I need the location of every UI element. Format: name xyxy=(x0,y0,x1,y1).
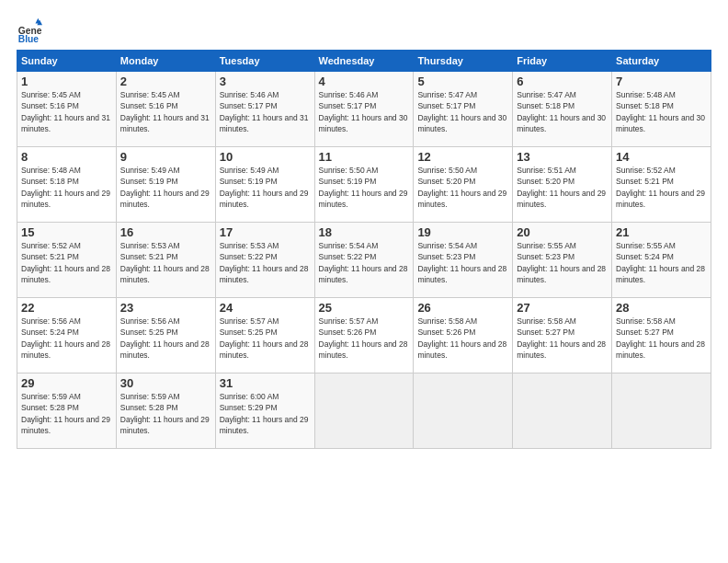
day-cell-12: 12Sunrise: 5:50 AMSunset: 5:20 PMDayligh… xyxy=(414,147,513,223)
empty-cell xyxy=(314,373,414,449)
day-info: Sunrise: 5:46 AMSunset: 5:17 PMDaylight:… xyxy=(220,90,309,133)
day-cell-26: 26Sunrise: 5:58 AMSunset: 5:26 PMDayligh… xyxy=(414,298,513,373)
day-number: 26 xyxy=(417,301,508,315)
day-info: Sunrise: 5:55 AMSunset: 5:23 PMDaylight:… xyxy=(517,241,606,284)
day-number: 17 xyxy=(220,225,311,239)
calendar-table: SundayMondayTuesdayWednesdayThursdayFrid… xyxy=(17,50,711,449)
day-number: 16 xyxy=(120,225,211,239)
empty-cell xyxy=(513,373,612,449)
day-info: Sunrise: 5:50 AMSunset: 5:19 PMDaylight:… xyxy=(319,166,408,209)
day-cell-28: 28Sunrise: 5:58 AMSunset: 5:27 PMDayligh… xyxy=(612,298,711,373)
day-cell-17: 17Sunrise: 5:53 AMSunset: 5:22 PMDayligh… xyxy=(215,223,314,298)
day-number: 12 xyxy=(417,150,508,164)
day-info: Sunrise: 5:54 AMSunset: 5:22 PMDaylight:… xyxy=(319,241,408,284)
header-day-saturday: Saturday xyxy=(612,51,711,72)
day-info: Sunrise: 5:48 AMSunset: 5:18 PMDaylight:… xyxy=(21,166,110,209)
empty-cell xyxy=(414,373,513,449)
day-info: Sunrise: 5:52 AMSunset: 5:21 PMDaylight:… xyxy=(616,166,705,209)
day-number: 7 xyxy=(616,75,707,88)
day-number: 23 xyxy=(120,301,211,315)
day-cell-22: 22Sunrise: 5:56 AMSunset: 5:24 PMDayligh… xyxy=(17,298,117,373)
day-number: 6 xyxy=(517,75,608,88)
day-cell-23: 23Sunrise: 5:56 AMSunset: 5:25 PMDayligh… xyxy=(116,298,215,373)
week-row-4: 22Sunrise: 5:56 AMSunset: 5:24 PMDayligh… xyxy=(17,298,711,373)
empty-cell xyxy=(612,373,711,449)
day-info: Sunrise: 5:48 AMSunset: 5:18 PMDaylight:… xyxy=(616,90,705,133)
day-cell-25: 25Sunrise: 5:57 AMSunset: 5:26 PMDayligh… xyxy=(314,298,414,373)
day-number: 25 xyxy=(319,301,410,315)
day-number: 11 xyxy=(319,150,410,164)
day-number: 30 xyxy=(120,376,211,390)
day-cell-16: 16Sunrise: 5:53 AMSunset: 5:21 PMDayligh… xyxy=(116,223,215,298)
day-number: 21 xyxy=(616,225,707,239)
calendar-body: 1Sunrise: 5:45 AMSunset: 5:16 PMDaylight… xyxy=(17,72,711,449)
day-cell-1: 1Sunrise: 5:45 AMSunset: 5:16 PMDaylight… xyxy=(17,72,117,147)
day-cell-24: 24Sunrise: 5:57 AMSunset: 5:25 PMDayligh… xyxy=(215,298,314,373)
day-cell-31: 31Sunrise: 6:00 AMSunset: 5:29 PMDayligh… xyxy=(215,373,314,449)
day-cell-21: 21Sunrise: 5:55 AMSunset: 5:24 PMDayligh… xyxy=(612,223,711,298)
day-number: 14 xyxy=(616,150,707,164)
logo-icon: General Blue xyxy=(17,17,42,42)
day-info: Sunrise: 5:47 AMSunset: 5:17 PMDaylight:… xyxy=(417,90,506,133)
day-number: 1 xyxy=(21,75,112,88)
day-number: 24 xyxy=(220,301,311,315)
day-number: 10 xyxy=(220,150,311,164)
week-row-2: 8Sunrise: 5:48 AMSunset: 5:18 PMDaylight… xyxy=(17,147,711,223)
day-info: Sunrise: 5:57 AMSunset: 5:25 PMDaylight:… xyxy=(220,316,309,360)
day-info: Sunrise: 5:55 AMSunset: 5:24 PMDaylight:… xyxy=(616,241,705,284)
day-number: 2 xyxy=(120,75,211,88)
day-number: 20 xyxy=(517,225,608,239)
day-cell-6: 6Sunrise: 5:47 AMSunset: 5:18 PMDaylight… xyxy=(513,72,612,147)
day-cell-14: 14Sunrise: 5:52 AMSunset: 5:21 PMDayligh… xyxy=(612,147,711,223)
day-number: 5 xyxy=(417,75,508,88)
day-cell-5: 5Sunrise: 5:47 AMSunset: 5:17 PMDaylight… xyxy=(414,72,513,147)
day-cell-30: 30Sunrise: 5:59 AMSunset: 5:28 PMDayligh… xyxy=(116,373,215,449)
header-day-tuesday: Tuesday xyxy=(215,51,314,72)
day-cell-11: 11Sunrise: 5:50 AMSunset: 5:19 PMDayligh… xyxy=(314,147,414,223)
header: General Blue xyxy=(17,17,711,42)
day-number: 18 xyxy=(319,225,410,239)
day-number: 3 xyxy=(220,75,311,88)
week-row-3: 15Sunrise: 5:52 AMSunset: 5:21 PMDayligh… xyxy=(17,223,711,298)
day-info: Sunrise: 5:59 AMSunset: 5:28 PMDaylight:… xyxy=(21,392,110,435)
day-number: 4 xyxy=(319,75,410,88)
day-info: Sunrise: 5:56 AMSunset: 5:25 PMDaylight:… xyxy=(120,316,210,360)
day-cell-18: 18Sunrise: 5:54 AMSunset: 5:22 PMDayligh… xyxy=(314,223,414,298)
day-number: 13 xyxy=(517,150,608,164)
day-number: 15 xyxy=(21,225,112,239)
svg-text:Blue: Blue xyxy=(18,34,40,42)
logo: General Blue xyxy=(17,17,46,42)
header-day-wednesday: Wednesday xyxy=(314,51,414,72)
page: General Blue SundayMondayTuesdayWednesda… xyxy=(0,0,728,563)
day-cell-10: 10Sunrise: 5:49 AMSunset: 5:19 PMDayligh… xyxy=(215,147,314,223)
day-info: Sunrise: 6:00 AMSunset: 5:29 PMDaylight:… xyxy=(220,392,309,435)
day-info: Sunrise: 5:59 AMSunset: 5:28 PMDaylight:… xyxy=(120,392,210,435)
day-cell-4: 4Sunrise: 5:46 AMSunset: 5:17 PMDaylight… xyxy=(314,72,414,147)
week-row-1: 1Sunrise: 5:45 AMSunset: 5:16 PMDaylight… xyxy=(17,72,711,147)
day-info: Sunrise: 5:50 AMSunset: 5:20 PMDaylight:… xyxy=(417,166,506,209)
day-info: Sunrise: 5:57 AMSunset: 5:26 PMDaylight:… xyxy=(319,316,408,360)
day-info: Sunrise: 5:53 AMSunset: 5:22 PMDaylight:… xyxy=(220,241,309,284)
week-row-5: 29Sunrise: 5:59 AMSunset: 5:28 PMDayligh… xyxy=(17,373,711,449)
day-cell-19: 19Sunrise: 5:54 AMSunset: 5:23 PMDayligh… xyxy=(414,223,513,298)
day-cell-8: 8Sunrise: 5:48 AMSunset: 5:18 PMDaylight… xyxy=(17,147,117,223)
day-cell-27: 27Sunrise: 5:58 AMSunset: 5:27 PMDayligh… xyxy=(513,298,612,373)
day-cell-7: 7Sunrise: 5:48 AMSunset: 5:18 PMDaylight… xyxy=(612,72,711,147)
day-cell-20: 20Sunrise: 5:55 AMSunset: 5:23 PMDayligh… xyxy=(513,223,612,298)
day-info: Sunrise: 5:46 AMSunset: 5:17 PMDaylight:… xyxy=(319,90,408,133)
day-number: 31 xyxy=(220,376,311,390)
header-day-sunday: Sunday xyxy=(17,51,117,72)
day-cell-13: 13Sunrise: 5:51 AMSunset: 5:20 PMDayligh… xyxy=(513,147,612,223)
day-info: Sunrise: 5:56 AMSunset: 5:24 PMDaylight:… xyxy=(21,316,110,360)
day-info: Sunrise: 5:49 AMSunset: 5:19 PMDaylight:… xyxy=(220,166,309,209)
day-number: 28 xyxy=(616,301,707,315)
header-day-friday: Friday xyxy=(513,51,612,72)
day-cell-29: 29Sunrise: 5:59 AMSunset: 5:28 PMDayligh… xyxy=(17,373,117,449)
day-cell-2: 2Sunrise: 5:45 AMSunset: 5:16 PMDaylight… xyxy=(116,72,215,147)
day-number: 29 xyxy=(21,376,112,390)
day-info: Sunrise: 5:54 AMSunset: 5:23 PMDaylight:… xyxy=(417,241,506,284)
day-info: Sunrise: 5:58 AMSunset: 5:27 PMDaylight:… xyxy=(616,316,705,360)
day-cell-3: 3Sunrise: 5:46 AMSunset: 5:17 PMDaylight… xyxy=(215,72,314,147)
day-cell-15: 15Sunrise: 5:52 AMSunset: 5:21 PMDayligh… xyxy=(17,223,117,298)
day-info: Sunrise: 5:51 AMSunset: 5:20 PMDaylight:… xyxy=(517,166,606,209)
